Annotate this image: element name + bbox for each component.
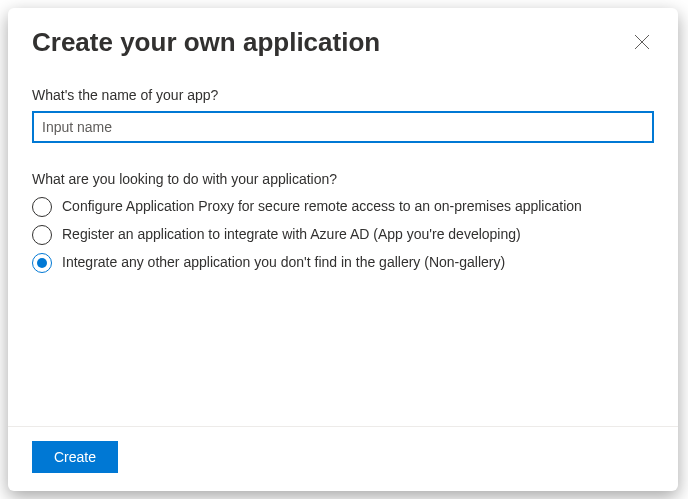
panel-title: Create your own application — [32, 26, 380, 59]
radio-option-non-gallery[interactable]: Integrate any other application you don'… — [32, 253, 654, 273]
panel-body: What's the name of your app? What are yo… — [8, 59, 678, 427]
close-button[interactable] — [630, 30, 654, 57]
panel-header: Create your own application — [8, 8, 678, 59]
radio-label: Configure Application Proxy for secure r… — [62, 197, 582, 217]
radio-label: Register an application to integrate wit… — [62, 225, 521, 245]
radio-icon — [32, 253, 52, 273]
radio-option-proxy[interactable]: Configure Application Proxy for secure r… — [32, 197, 654, 217]
close-icon — [634, 34, 650, 53]
panel-footer: Create — [8, 426, 678, 491]
purpose-question: What are you looking to do with your app… — [32, 171, 654, 187]
radio-icon — [32, 197, 52, 217]
create-button[interactable]: Create — [32, 441, 118, 473]
radio-label: Integrate any other application you don'… — [62, 253, 505, 273]
app-name-input[interactable] — [32, 111, 654, 143]
purpose-radio-group: Configure Application Proxy for secure r… — [32, 197, 654, 273]
app-name-label: What's the name of your app? — [32, 87, 654, 103]
create-application-panel: Create your own application What's the n… — [8, 8, 678, 491]
radio-option-register[interactable]: Register an application to integrate wit… — [32, 225, 654, 245]
radio-icon — [32, 225, 52, 245]
